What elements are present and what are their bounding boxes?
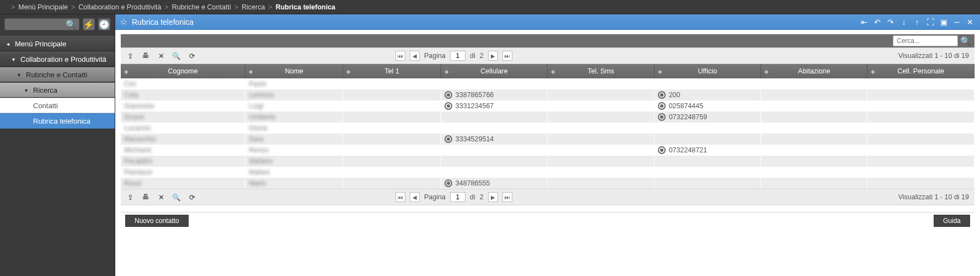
phone-icon[interactable] — [445, 135, 452, 143]
chevron-icon: ▾ — [18, 72, 20, 78]
pager-page-input[interactable] — [450, 192, 465, 202]
cell-tel1 — [343, 156, 441, 167]
zoom-icon[interactable]: 🔍 — [172, 192, 181, 202]
arrow-down-icon[interactable]: ↓ — [898, 17, 909, 28]
search-icon[interactable]: 🔍 — [960, 36, 971, 46]
cell-ufficio — [654, 123, 761, 134]
cell-cellulare — [441, 156, 547, 167]
zoom-icon[interactable]: 🔍 — [172, 51, 181, 61]
refresh-icon[interactable]: ⚡ — [83, 18, 95, 30]
grid-search-stripe: 🔍 — [121, 34, 974, 47]
close-icon[interactable]: ✕ — [965, 17, 976, 28]
table-row[interactable]: MaraschioSara3334529514 — [121, 134, 974, 145]
sidebar-item-1[interactable]: ▾Collaboration e Produttività — [0, 51, 115, 67]
breadcrumb-item-2[interactable]: Rubriche e Contatti — [172, 3, 231, 11]
phone-icon[interactable] — [658, 91, 666, 99]
pager-last-icon[interactable]: ⏭ — [502, 192, 512, 202]
phone-icon[interactable] — [658, 102, 666, 110]
column-header-2[interactable]: ◆Tel 1 — [343, 64, 441, 78]
cell-ufficio — [654, 167, 761, 178]
sidebar-search[interactable]: 🔍 — [4, 18, 79, 30]
sort-icon: ◆ — [445, 68, 449, 75]
print-icon[interactable]: 🖶 — [141, 192, 151, 202]
sidebar-item-label: Menù Principale — [15, 40, 66, 48]
cell-telSms — [548, 78, 654, 89]
clock-icon[interactable]: 🕘 — [98, 18, 110, 30]
sidebar-item-3[interactable]: ▾Ricerca — [0, 82, 115, 98]
pin-icon[interactable]: ⇤ — [859, 17, 870, 28]
breadcrumb-item-0[interactable]: Menù Principale — [18, 3, 68, 11]
phone-icon[interactable] — [445, 91, 452, 99]
sidebar-item-5[interactable]: Rubrica telefonica — [0, 113, 115, 129]
shuffle-icon[interactable]: ✕ — [156, 51, 166, 61]
column-header-5[interactable]: ◆Ufficio — [654, 64, 761, 78]
sidebar-item-0[interactable]: ◂Menù Principale — [0, 36, 115, 51]
cell-cognome: Maraschio — [121, 134, 245, 145]
reload-icon[interactable]: ⟳ — [187, 51, 197, 61]
cell-telSms — [548, 145, 654, 156]
breadcrumb-item-1[interactable]: Collaboration e Produttività — [78, 3, 161, 11]
pager-page-input[interactable] — [450, 51, 465, 61]
export-icon[interactable]: ⇪ — [125, 51, 135, 61]
pager-prev-icon[interactable]: ◀ — [410, 51, 420, 61]
breadcrumb-item-3[interactable]: Ricerca — [242, 3, 265, 11]
cell-cellulare — [441, 167, 547, 178]
table-row[interactable]: CiniPaolo — [121, 78, 974, 89]
sidebar-search-input[interactable] — [5, 20, 63, 28]
table-row[interactable]: LucaroniGloria — [121, 123, 974, 134]
cell-cellPersonale — [867, 89, 974, 100]
table-row[interactable]: PiantassiMatteo — [121, 167, 974, 178]
table-row[interactable]: GiannottaLuigi3331234567025874445 — [121, 100, 974, 112]
pager-next-icon[interactable]: ▶ — [488, 192, 498, 202]
pager-next-icon[interactable]: ▶ — [488, 51, 498, 61]
undo-icon[interactable]: ↶ — [872, 17, 883, 28]
cell-nome: Matteo — [245, 167, 343, 178]
pager-first-icon[interactable]: ⏮ — [395, 192, 405, 202]
cell-cellulare: 3331234567 — [441, 100, 547, 112]
column-header-0[interactable]: ◆Cognome — [121, 64, 245, 78]
phone-icon[interactable] — [445, 102, 452, 110]
phone-icon[interactable] — [445, 179, 452, 187]
redo-icon[interactable]: ↷ — [885, 17, 896, 28]
column-header-6[interactable]: ◆Abitazione — [761, 64, 867, 78]
column-header-3[interactable]: ◆Cellulare — [441, 64, 547, 78]
cell-tel1 — [343, 178, 441, 189]
toolbar-top: ⇪ 🖶 ✕ 🔍 ⟳ ⏮ ◀ Pagina di 2 ▶ ⏭ Visualizza… — [121, 47, 974, 64]
sidebar-item-4[interactable]: Contatti — [0, 98, 115, 113]
help-button[interactable]: Guida — [934, 215, 970, 227]
reload-icon[interactable]: ⟳ — [187, 192, 197, 202]
table-row[interactable]: PecaldiniStefano — [121, 156, 974, 167]
column-header-7[interactable]: ◆Cell. Personale — [867, 64, 974, 78]
print-icon[interactable]: 🖶 — [141, 51, 151, 61]
new-contact-button[interactable]: Nuovo contatto — [125, 215, 189, 227]
cell-ufficio — [654, 134, 761, 145]
breadcrumb: > Menù Principale > Collaboration e Prod… — [0, 0, 980, 14]
expand-icon[interactable]: ⛶ — [925, 17, 936, 28]
maximize-icon[interactable]: ▣ — [938, 17, 949, 28]
star-icon[interactable]: ☆ — [120, 17, 127, 27]
minimize-icon[interactable]: ─ — [951, 17, 962, 28]
export-icon[interactable]: ⇪ — [125, 192, 135, 202]
cell-ufficio: 0732248759 — [654, 112, 761, 123]
arrow-up-icon[interactable]: ↑ — [912, 17, 923, 28]
table-row[interactable]: ColaLorenzo3387865766200 — [121, 89, 974, 100]
column-header-1[interactable]: ◆Nome — [245, 64, 343, 78]
sort-icon: ◆ — [658, 68, 662, 75]
cell-cognome: Cola — [121, 89, 245, 100]
cell-ufficio: 0732248721 — [654, 145, 761, 156]
phone-icon[interactable] — [658, 146, 666, 154]
table-row[interactable]: GrossiUmberto0732248759 — [121, 112, 974, 123]
phone-icon[interactable] — [658, 113, 666, 121]
pager-last-icon[interactable]: ⏭ — [502, 51, 512, 61]
pager-first-icon[interactable]: ⏮ — [395, 51, 405, 61]
sidebar-item-2[interactable]: ▾Rubriche e Contatti — [0, 67, 115, 82]
cell-cellPersonale — [867, 100, 974, 112]
cell-tel1 — [343, 134, 441, 145]
pager-prev-icon[interactable]: ◀ — [410, 192, 420, 202]
shuffle-icon[interactable]: ✕ — [156, 192, 166, 202]
table-row[interactable]: MichiantiRenzo0732248721 — [121, 145, 974, 156]
table-row[interactable]: RossiMario348786555 — [121, 178, 974, 189]
column-header-4[interactable]: ◆Tel. Sms — [548, 64, 654, 78]
cell-telSms — [548, 100, 654, 112]
grid-search-input[interactable] — [893, 35, 958, 46]
